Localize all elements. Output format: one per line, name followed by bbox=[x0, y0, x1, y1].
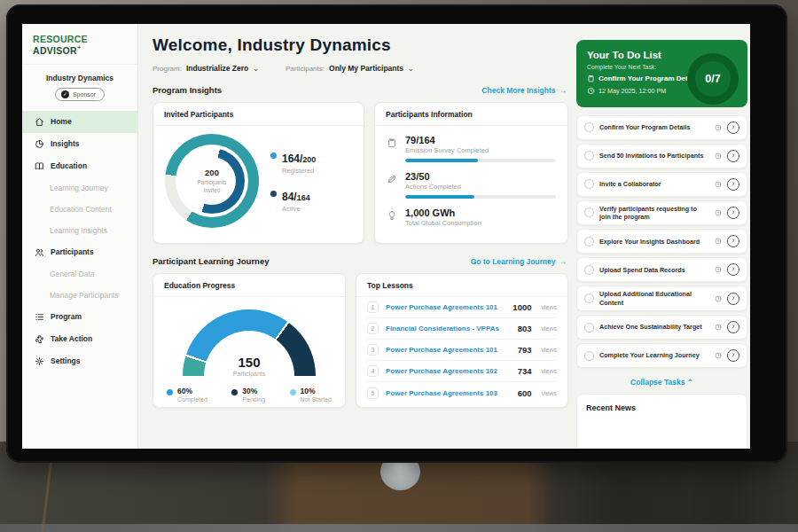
task-label: Send 50 Invitations to Participants bbox=[599, 152, 709, 160]
clock-icon bbox=[715, 124, 722, 131]
task-checkbox[interactable] bbox=[584, 265, 594, 275]
collapse-tasks-link[interactable]: Collapse Tasks ⌃ bbox=[576, 378, 747, 387]
task-row[interactable]: Explore Your Insights Dashboard › bbox=[576, 229, 747, 254]
sidebar-item-learning-insights[interactable]: Learning Insights bbox=[22, 220, 137, 241]
chevron-right-icon[interactable]: › bbox=[727, 321, 739, 333]
program-select[interactable]: Program: Industrialize Zero ⌄ bbox=[153, 64, 259, 73]
lesson-rank: 1 bbox=[367, 301, 379, 313]
chevron-right-icon[interactable]: › bbox=[727, 349, 739, 362]
top-lessons-card: Top Lessons 1 Power Purchase Agreements … bbox=[356, 273, 568, 408]
sidebar-item-label: Learning Journey bbox=[50, 184, 108, 192]
lesson-views-unit: views bbox=[541, 347, 557, 353]
main-content: Welcome, Industry Dynamics Program: Indu… bbox=[138, 24, 576, 449]
task-checkbox[interactable] bbox=[584, 122, 594, 132]
lesson-link[interactable]: Financial Considerations - VPPAs bbox=[386, 325, 511, 332]
task-row[interactable]: Send 50 Invitations to Participants › bbox=[576, 144, 747, 168]
task-row[interactable]: Achieve One Sustainability Target › bbox=[576, 315, 747, 340]
chevron-right-icon[interactable]: › bbox=[727, 235, 739, 247]
chevron-right-icon[interactable]: › bbox=[727, 293, 739, 305]
todo-summary-card: Your To Do List Complete Your Next Task:… bbox=[576, 40, 747, 107]
chevron-right-icon[interactable]: › bbox=[727, 150, 739, 162]
clock-icon bbox=[715, 266, 722, 273]
chevron-right-icon[interactable]: › bbox=[727, 178, 739, 191]
clock-icon bbox=[715, 209, 722, 216]
task-row[interactable]: Confirm Your Program Details › bbox=[576, 115, 747, 140]
task-checkbox[interactable] bbox=[584, 207, 594, 217]
participants-select[interactable]: Participants: Only My Participants ⌄ bbox=[286, 64, 414, 73]
lightbulb-icon bbox=[387, 210, 397, 221]
todo-progress-value: 0/7 bbox=[705, 73, 720, 85]
task-checkbox[interactable] bbox=[584, 151, 594, 160]
todo-progress-ring: 0/7 bbox=[687, 53, 739, 105]
sidebar-item-home[interactable]: Home bbox=[22, 111, 137, 133]
gauge-center-value: 150 bbox=[183, 355, 316, 370]
task-checkbox[interactable] bbox=[584, 179, 594, 189]
sidebar-item-learning-journey[interactable]: Learning Journey bbox=[22, 177, 137, 199]
invited-donut-chart: 200 Participants Invited bbox=[165, 134, 259, 228]
recent-news-title: Recent News bbox=[586, 403, 738, 412]
go-to-learning-journey-link[interactable]: Go to Learning Journey → bbox=[471, 257, 567, 266]
section-title: Participant Learning Journey bbox=[153, 256, 269, 266]
task-row[interactable]: Verify participants requesting to join t… bbox=[576, 200, 747, 226]
lesson-row: 4 Power Purchase Agreements 102 734 view… bbox=[367, 361, 557, 382]
legend-label: Registered bbox=[282, 167, 316, 175]
chevron-right-icon[interactable]: › bbox=[727, 263, 739, 276]
task-row[interactable]: Invite a Collaborator › bbox=[576, 172, 747, 197]
lesson-rank: 5 bbox=[367, 387, 379, 399]
sidebar-item-education-content[interactable]: Education Content bbox=[22, 199, 137, 220]
check-more-insights-link[interactable]: Check More Insights → bbox=[481, 86, 567, 95]
legend-dot bbox=[270, 191, 277, 197]
sponsor-icon: ✓ bbox=[61, 90, 69, 98]
sidebar-item-general-data[interactable]: General Data bbox=[22, 263, 137, 285]
donut-center-label: Participants Invited bbox=[192, 179, 232, 193]
logo-part2: ADVISOR bbox=[33, 45, 77, 56]
card-title: Participants Information bbox=[375, 103, 567, 126]
card-title: Education Progress bbox=[153, 274, 345, 297]
lesson-link[interactable]: Power Purchase Agreements 101 bbox=[386, 346, 511, 354]
task-checkbox[interactable] bbox=[584, 237, 594, 246]
education-progress-card: Education Progress 150 Participants 60% bbox=[153, 273, 346, 408]
clock-icon bbox=[715, 324, 722, 331]
task-checkbox[interactable] bbox=[584, 351, 594, 361]
task-checkbox[interactable] bbox=[584, 293, 594, 303]
sidebar-item-take-action[interactable]: Take Action bbox=[22, 328, 137, 350]
lesson-rank: 4 bbox=[367, 365, 379, 377]
card-title: Invited Participants bbox=[153, 103, 364, 126]
donut-legend: 164/200 Registered 84/164 Active bbox=[270, 150, 316, 213]
sidebar-item-program[interactable]: Program bbox=[22, 306, 137, 328]
sidebar-item-label: Education Content bbox=[50, 205, 112, 214]
task-row[interactable]: Complete Your Learning Journey › bbox=[576, 343, 747, 368]
emission-survey-row: 79/164 Emission Survey Completed bbox=[387, 135, 556, 162]
sidebar-item-settings[interactable]: Settings bbox=[22, 350, 137, 372]
task-label: Upload Spend Data Records bbox=[599, 266, 709, 274]
learning-journey-header: Participant Learning Journey Go to Learn… bbox=[153, 256, 567, 266]
sidebar-item-label: General Data bbox=[50, 270, 95, 278]
task-label: Explore Your Insights Dashboard bbox=[599, 238, 709, 246]
legend-label: Active bbox=[282, 205, 310, 213]
lesson-row: 5 Power Purchase Agreements 103 600 view… bbox=[367, 382, 557, 403]
clipboard-icon bbox=[387, 137, 397, 148]
invited-participants-card: Invited Participants 200 Participants In… bbox=[153, 102, 364, 244]
program-value: Industrialize Zero bbox=[186, 64, 248, 73]
app-logo: RESOURCE ADVISOR+ bbox=[22, 34, 137, 65]
lesson-link[interactable]: Power Purchase Agreements 102 bbox=[386, 367, 511, 375]
education-gauge-chart: 150 Participants bbox=[183, 309, 316, 377]
chevron-right-icon[interactable]: › bbox=[727, 121, 739, 134]
legend-active: 84/164 Active bbox=[270, 188, 316, 213]
sidebar-item-insights[interactable]: Insights bbox=[22, 133, 137, 155]
link-label: Go to Learning Journey bbox=[471, 257, 556, 266]
task-label: Complete Your Learning Journey bbox=[599, 351, 709, 359]
link-label: Check More Insights bbox=[481, 86, 555, 95]
sidebar-item-participants[interactable]: Participants bbox=[22, 241, 137, 263]
sidebar-item-manage-participants[interactable]: Manage Participants bbox=[22, 285, 137, 306]
sidebar: RESOURCE ADVISOR+ Industry Dynamics ✓ Sp… bbox=[22, 24, 138, 449]
task-checkbox[interactable] bbox=[584, 323, 594, 332]
lesson-link[interactable]: Power Purchase Agreements 103 bbox=[386, 389, 511, 397]
task-row[interactable]: Upload Spend Data Records › bbox=[576, 257, 747, 282]
lesson-link[interactable]: Power Purchase Agreements 101 bbox=[386, 303, 505, 311]
sidebar-item-education[interactable]: Education bbox=[22, 155, 137, 177]
clock-icon bbox=[587, 87, 595, 95]
legend-label: Not Started bbox=[301, 396, 332, 403]
task-row[interactable]: Upload Additional Educational Content › bbox=[576, 286, 747, 311]
chevron-right-icon[interactable]: › bbox=[727, 207, 739, 219]
